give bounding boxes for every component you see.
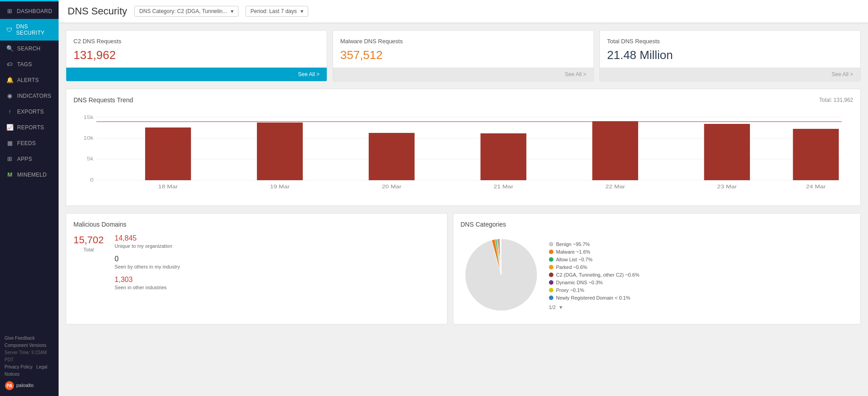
- sidebar-item-label: ALERTS: [17, 77, 39, 83]
- allowlist-dot: [549, 257, 553, 262]
- total-see-all-button[interactable]: See All >: [600, 68, 860, 81]
- trend-header: DNS Requests Trend Total: 131,962: [73, 96, 853, 104]
- svg-text:PA: PA: [6, 383, 12, 388]
- malware-card-title: Malware DNS Requests: [340, 38, 586, 45]
- sidebar-item-reports[interactable]: 📈 REPORTS: [0, 119, 59, 135]
- sidebar-item-label: FEEDS: [17, 140, 36, 146]
- dynamic-label: Dynamic DNS ~0.3%: [556, 280, 603, 285]
- svg-text:22 Mar: 22 Mar: [605, 184, 625, 189]
- malware-dot: [549, 250, 553, 254]
- sidebar-item-exports[interactable]: ↑ EXPORTS: [0, 104, 59, 119]
- period-filter-dropdown[interactable]: Period: Last 7 days ▾: [246, 6, 308, 17]
- parked-label: Parked ~0.6%: [556, 264, 587, 270]
- dns-categories-card: DNS Categories Benign ~95.7%: [453, 213, 861, 324]
- bar-21mar: [480, 133, 526, 180]
- bar-22mar: [592, 121, 638, 180]
- proxy-label: Proxy ~0.1%: [556, 287, 585, 293]
- privacy-policy-link[interactable]: Privacy Policy: [5, 364, 32, 369]
- newly-registered-label: Newly Registered Domain < 0.1%: [556, 295, 630, 300]
- feeds-icon: ▦: [6, 140, 14, 146]
- sidebar-item-label: SEARCH: [17, 46, 41, 52]
- alerts-icon: 🔔: [6, 77, 14, 83]
- dns-cat-inner: Benign ~95.7% Malware ~1.6% Allow List ~…: [461, 234, 853, 317]
- newly-registered-dot: [549, 296, 553, 300]
- chevron-down-icon: ▾: [301, 8, 303, 14]
- malicious-stats: 15,702 Total 14,845 Unique to my organiz…: [73, 234, 440, 296]
- legend-item-malware: Malware ~1.6%: [549, 249, 640, 255]
- sidebar-item-search[interactable]: 🔍 SEARCH: [0, 41, 59, 56]
- bar-23mar: [704, 124, 750, 180]
- period-filter-label: Period: Last 7 days: [251, 8, 297, 14]
- sidebar-item-dashboard[interactable]: ⊞ DASHBOARD: [0, 3, 59, 19]
- trend-title: DNS Requests Trend: [73, 96, 133, 104]
- sidebar-item-tags[interactable]: 🏷 TAGS: [0, 56, 59, 72]
- mal-seen-industries-label: Seen in other industries: [114, 285, 439, 290]
- svg-text:10k: 10k: [83, 135, 94, 141]
- bottom-row: Malicious Domains 15,702 Total 14,845 Un…: [66, 213, 861, 324]
- c2-dot: [549, 273, 553, 277]
- dashboard-icon: ⊞: [6, 8, 13, 14]
- category-filter-label: DNS Category: C2 (DGA, Tunnelin...: [139, 8, 227, 14]
- sidebar-item-alerts[interactable]: 🔔 ALERTS: [0, 72, 59, 88]
- mal-seen-industries-number: 1,303: [114, 276, 439, 284]
- legend-item-proxy: Proxy ~0.1%: [549, 287, 640, 293]
- c2-card-title: C2 DNS Requests: [73, 38, 320, 45]
- sidebar-item-indicators[interactable]: ◉ INDICATORS: [0, 88, 59, 104]
- malware-see-all-button[interactable]: See All >: [333, 68, 594, 81]
- category-filter-dropdown[interactable]: DNS Category: C2 (DGA, Tunnelin... ▾: [134, 6, 238, 17]
- svg-text:20 Mar: 20 Mar: [382, 184, 402, 189]
- legend-item-allowlist: Allow List ~0.7%: [549, 257, 640, 262]
- sidebar-item-label: EXPORTS: [17, 109, 44, 115]
- svg-text:23 Mar: 23 Mar: [717, 184, 737, 189]
- mal-unique-item: 14,845 Unique to my organization: [114, 234, 439, 249]
- total-card-value: 21.48 Million: [607, 48, 853, 62]
- malware-card-value: 357,512: [340, 48, 586, 62]
- search-icon: 🔍: [6, 45, 14, 52]
- sidebar-item-dns-security[interactable]: 🛡 DNS SECURITY: [0, 19, 59, 41]
- sidebar-item-label: DNS SECURITY: [16, 23, 52, 36]
- sidebar-item-label: APPS: [17, 156, 32, 162]
- bar-24mar: [793, 129, 839, 180]
- malware-label: Malware ~1.6%: [556, 249, 590, 255]
- svg-text:18 Mar: 18 Mar: [158, 184, 178, 189]
- bar-19mar: [257, 123, 303, 180]
- legend-item-benign: Benign ~95.7%: [549, 241, 640, 247]
- svg-text:19 Mar: 19 Mar: [270, 184, 290, 189]
- sidebar-footer: Give Feedback Component Versions Server …: [0, 329, 59, 396]
- pie-chart-svg: [461, 234, 542, 315]
- mal-seen-industries-item: 1,303 Seen in other industries: [114, 276, 439, 290]
- svg-text:15k: 15k: [83, 114, 94, 120]
- c2-see-all-button[interactable]: See All >: [66, 68, 327, 81]
- apps-icon: ⊞: [6, 155, 14, 162]
- mal-total-number: 15,702: [73, 234, 104, 246]
- minemeld-icon: M: [6, 171, 14, 178]
- total-card-title: Total DNS Requests: [607, 38, 853, 45]
- bar-20mar: [369, 133, 415, 180]
- dns-security-icon: 🛡: [6, 27, 13, 33]
- pagination-down-icon[interactable]: ▼: [558, 305, 563, 310]
- sidebar-item-apps[interactable]: ⊞ APPS: [0, 151, 59, 167]
- reports-icon: 📈: [6, 124, 14, 131]
- mal-seen-others-number: 0: [114, 255, 439, 263]
- mal-total-label: Total: [73, 247, 104, 252]
- mal-unique-label: Unique to my organization: [114, 243, 439, 249]
- sidebar-item-minemeld[interactable]: M MINEMELD: [0, 167, 59, 182]
- svg-text:24 Mar: 24 Mar: [806, 184, 826, 189]
- mal-seen-others-item: 0 Seen by others in my industry: [114, 255, 439, 269]
- tags-icon: 🏷: [6, 61, 14, 68]
- benign-label: Benign ~95.7%: [556, 241, 590, 247]
- malicious-domains-card: Malicious Domains 15,702 Total 14,845 Un…: [66, 213, 448, 324]
- trend-chart-svg: 15k 10k 5k 0 18 Mar 19 Mar 20 Mar: [73, 108, 853, 198]
- indicators-icon: ◉: [6, 92, 14, 99]
- total-dns-requests-card: Total DNS Requests 21.48 Million See All…: [599, 30, 861, 82]
- dynamic-dot: [549, 280, 553, 285]
- c2-card-value: 131,962: [73, 48, 320, 62]
- sidebar-item-label: MINEMELD: [17, 172, 47, 178]
- proxy-dot: [549, 288, 553, 292]
- sidebar-item-feeds[interactable]: ▦ FEEDS: [0, 135, 59, 151]
- component-versions-link[interactable]: Component Versions: [5, 343, 46, 348]
- trend-total: Total: 131,962: [819, 97, 853, 103]
- give-feedback-link[interactable]: Give Feedback: [5, 336, 35, 341]
- c2-dns-requests-card: C2 DNS Requests 131,962 See All >: [66, 30, 327, 82]
- content-area: C2 DNS Requests 131,962 See All > Malwar…: [59, 23, 868, 396]
